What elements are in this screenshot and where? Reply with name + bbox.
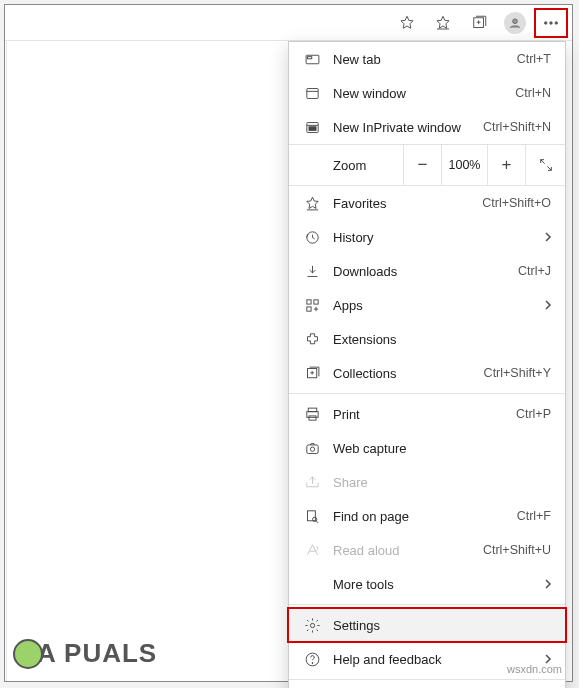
menu-close-edge[interactable]: Close Microsoft Edge <box>289 683 565 688</box>
menu-separator <box>289 679 565 680</box>
menu-shortcut: Ctrl+J <box>518 264 551 278</box>
menu-label: Apps <box>333 298 551 313</box>
menu-history[interactable]: History <box>289 220 565 254</box>
menu-new-inprivate[interactable]: New InPrivate window Ctrl+Shift+N <box>289 110 565 144</box>
favorites-list-icon[interactable] <box>426 8 460 38</box>
zoom-in-button[interactable]: + <box>487 145 525 185</box>
menu-print[interactable]: Print Ctrl+P <box>289 397 565 431</box>
svg-rect-28 <box>306 444 317 453</box>
settings-icon <box>301 617 323 634</box>
menu-zoom-row: Zoom − 100% + <box>289 144 565 186</box>
menu-label: More tools <box>333 577 551 592</box>
svg-rect-17 <box>306 299 310 303</box>
profile-avatar[interactable] <box>498 8 532 38</box>
toolbar <box>5 5 572 41</box>
menu-label: New window <box>333 86 515 101</box>
menu-favorites[interactable]: Favorites Ctrl+Shift+O <box>289 186 565 220</box>
collections-icon[interactable] <box>462 8 496 38</box>
watermark-text: A PUALS <box>37 638 157 669</box>
zoom-value: 100% <box>441 145 487 185</box>
svg-rect-25 <box>308 408 317 412</box>
menu-separator <box>289 604 565 605</box>
appuals-logo-icon <box>13 639 43 669</box>
menu-label: Share <box>333 475 551 490</box>
overflow-menu: New tab Ctrl+T New window Ctrl+N New InP… <box>288 41 566 688</box>
menu-label: Favorites <box>333 196 482 211</box>
chevron-right-icon <box>543 577 553 592</box>
menu-share: Share <box>289 465 565 499</box>
menu-label: Downloads <box>333 264 518 279</box>
svg-point-4 <box>513 18 518 23</box>
menu-read-aloud: Read aloud Ctrl+Shift+U <box>289 533 565 567</box>
chevron-right-icon <box>543 230 553 245</box>
history-icon <box>301 229 323 246</box>
fullscreen-button[interactable] <box>525 145 565 185</box>
svg-point-29 <box>310 447 314 451</box>
svg-point-7 <box>555 21 557 23</box>
zoom-out-button[interactable]: − <box>403 145 441 185</box>
menu-shortcut: Ctrl+P <box>516 407 551 421</box>
menu-more-tools[interactable]: More tools <box>289 567 565 601</box>
domain-watermark: wsxdn.com <box>507 663 562 675</box>
new-window-icon <box>301 85 323 102</box>
svg-rect-19 <box>306 306 310 310</box>
add-favorite-icon[interactable] <box>390 8 424 38</box>
svg-rect-10 <box>306 88 317 98</box>
menu-label: Find on page <box>333 509 517 524</box>
svg-point-33 <box>310 623 314 627</box>
help-icon <box>301 651 323 668</box>
menu-shortcut: Ctrl+Shift+N <box>483 120 551 134</box>
menu-separator <box>289 393 565 394</box>
extensions-icon <box>301 331 323 348</box>
menu-collections[interactable]: Collections Ctrl+Shift+Y <box>289 356 565 390</box>
svg-rect-30 <box>307 510 315 520</box>
menu-new-tab[interactable]: New tab Ctrl+T <box>289 42 565 76</box>
favorites-icon <box>301 195 323 212</box>
menu-label: Collections <box>333 366 484 381</box>
read-aloud-icon <box>301 542 323 559</box>
svg-rect-14 <box>308 126 315 130</box>
svg-rect-27 <box>308 415 315 419</box>
menu-label: History <box>333 230 551 245</box>
menu-label: Settings <box>333 618 551 633</box>
menu-settings[interactable]: Settings <box>289 608 565 642</box>
menu-label: New InPrivate window <box>333 120 483 135</box>
menu-label: Print <box>333 407 516 422</box>
menu-shortcut: Ctrl+F <box>517 509 551 523</box>
menu-web-capture[interactable]: Web capture <box>289 431 565 465</box>
zoom-label: Zoom <box>289 158 403 173</box>
menu-shortcut: Ctrl+Shift+U <box>483 543 551 557</box>
svg-point-5 <box>545 21 547 23</box>
more-menu-button[interactable] <box>534 8 568 38</box>
print-icon <box>301 406 323 423</box>
menu-label: Read aloud <box>333 543 483 558</box>
svg-line-32 <box>316 520 318 522</box>
menu-downloads[interactable]: Downloads Ctrl+J <box>289 254 565 288</box>
chevron-right-icon <box>543 298 553 313</box>
svg-point-35 <box>311 662 312 663</box>
menu-new-window[interactable]: New window Ctrl+N <box>289 76 565 110</box>
menu-label: Extensions <box>333 332 551 347</box>
menu-shortcut: Ctrl+Shift+Y <box>484 366 551 380</box>
web-capture-icon <box>301 440 323 457</box>
menu-shortcut: Ctrl+T <box>517 52 551 66</box>
new-tab-icon <box>301 51 323 68</box>
menu-label: New tab <box>333 52 517 67</box>
collections-menu-icon <box>301 365 323 382</box>
find-icon <box>301 508 323 525</box>
inprivate-icon <box>301 119 323 136</box>
apps-icon <box>301 297 323 314</box>
menu-shortcut: Ctrl+N <box>515 86 551 100</box>
downloads-icon <box>301 263 323 280</box>
svg-rect-9 <box>307 56 311 58</box>
menu-extensions[interactable]: Extensions <box>289 322 565 356</box>
menu-apps[interactable]: Apps <box>289 288 565 322</box>
browser-window: New tab Ctrl+T New window Ctrl+N New InP… <box>4 4 573 682</box>
menu-label: Web capture <box>333 441 551 456</box>
svg-point-6 <box>550 21 552 23</box>
menu-find[interactable]: Find on page Ctrl+F <box>289 499 565 533</box>
share-icon <box>301 474 323 491</box>
menu-shortcut: Ctrl+Shift+O <box>482 196 551 210</box>
appuals-watermark: A PUALS <box>13 638 157 669</box>
svg-rect-18 <box>313 299 317 303</box>
